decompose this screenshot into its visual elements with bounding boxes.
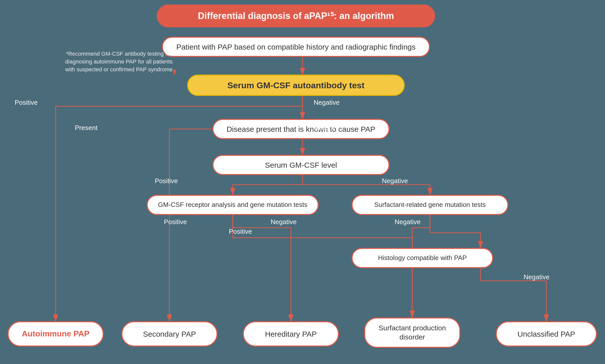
negative-histology-label: Negative — [524, 273, 550, 281]
positive-serum-label: Positive — [155, 177, 178, 185]
histology-node: Histology compatible with PAP — [352, 248, 493, 268]
gm-csf-receptor-node: GM-CSF receptor analysis and gene mutati… — [147, 195, 319, 215]
disease-node: Disease present that is known to cause P… — [212, 119, 390, 139]
negative-receptor-label: Negative — [271, 218, 297, 226]
positive-label-gm: Positive — [15, 99, 38, 106]
patient-text: Patient with PAP based on compatible his… — [176, 42, 416, 52]
title-text: Differential diagnosis of aPAP¹⁵: an alg… — [198, 10, 394, 22]
serum-level-text: Serum GM-CSF level — [265, 160, 337, 170]
hereditary-text: Hereditary PAP — [265, 329, 317, 339]
autoimmune-text: Autoimmune PAP — [22, 329, 90, 339]
surfactant-gene-node: Surfactant-related gene mutation tests — [352, 195, 508, 215]
unclassified-node: Unclassified PAP — [496, 321, 597, 347]
title-node: Differential diagnosis of aPAP¹⁵: an alg… — [157, 5, 435, 27]
surfactant-gene-text: Surfactant-related gene mutation tests — [374, 201, 486, 209]
positive-surfactant-label: Positive — [229, 228, 252, 235]
present-label: Present — [75, 124, 98, 132]
gm-csf-receptor-text: GM-CSF receptor analysis and gene mutati… — [158, 201, 307, 209]
surfactant-prod-text: Surfactant production disorder — [374, 324, 450, 342]
histology-text: Histology compatible with PAP — [378, 254, 467, 262]
absent-label: Absent — [314, 124, 334, 132]
secondary-text: Secondary PAP — [143, 329, 196, 339]
note-text: *Recommend GM-CSF antibody testing for d… — [61, 50, 177, 73]
autoimmune-node: Autoimmune PAP — [8, 321, 104, 347]
gm-csf-test-node: Serum GM-CSF autoantibody test — [187, 75, 405, 96]
hereditary-node: Hereditary PAP — [243, 321, 339, 347]
surfactant-prod-node: Surfactant production disorder — [364, 317, 460, 348]
secondary-node: Secondary PAP — [121, 321, 218, 347]
serum-level-node: Serum GM-CSF level — [212, 155, 390, 175]
negative-surfactant-label: Negative — [395, 218, 421, 226]
diagram-container: Differential diagnosis of aPAP¹⁵: an alg… — [0, 0, 605, 364]
disease-text: Disease present that is known to cause P… — [227, 124, 375, 134]
negative-serum-label: Negative — [382, 177, 408, 185]
patient-node: Patient with PAP based on compatible his… — [162, 37, 430, 57]
positive-receptor-label: Positive — [164, 218, 187, 226]
negative-label-gm: Negative — [314, 99, 340, 106]
unclassified-text: Unclassified PAP — [517, 329, 575, 339]
gm-csf-test-text: Serum GM-CSF autoantibody test — [227, 80, 364, 91]
